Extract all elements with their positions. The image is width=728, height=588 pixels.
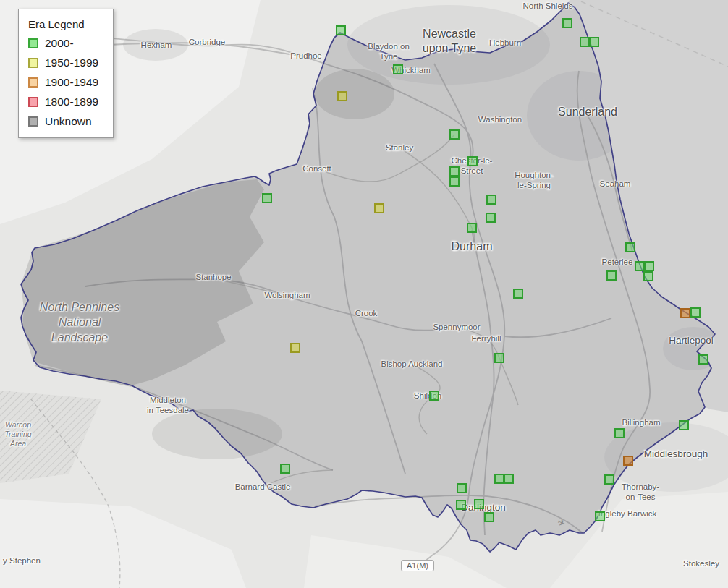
era-marker[interactable] xyxy=(504,474,514,484)
era-marker[interactable] xyxy=(290,343,300,353)
era-marker[interactable] xyxy=(604,474,614,485)
legend-swatch-icon xyxy=(28,58,38,68)
era-marker[interactable] xyxy=(589,37,599,47)
era-marker[interactable] xyxy=(494,474,504,484)
era-marker[interactable] xyxy=(644,261,654,271)
era-marker[interactable] xyxy=(280,464,290,474)
legend-item: Unknown xyxy=(28,115,104,128)
era-marker[interactable] xyxy=(486,195,496,205)
era-marker[interactable] xyxy=(467,156,478,166)
era-marker[interactable] xyxy=(635,261,645,271)
era-marker[interactable] xyxy=(456,500,466,510)
era-marker[interactable] xyxy=(643,271,653,281)
legend-item: 1950-1999 xyxy=(28,56,104,69)
era-legend: Era Legend 2000-1950-19991900-19491800-1… xyxy=(18,9,114,138)
era-marker[interactable] xyxy=(625,242,635,252)
legend-swatch-icon xyxy=(28,38,38,48)
era-marker[interactable] xyxy=(393,64,403,74)
era-marker[interactable] xyxy=(474,499,484,509)
era-marker[interactable] xyxy=(580,37,590,47)
legend-swatch-icon xyxy=(28,97,38,107)
moorland-dark xyxy=(315,69,394,119)
era-marker[interactable] xyxy=(262,193,272,203)
moorland-dark xyxy=(152,409,282,459)
era-marker[interactable] xyxy=(494,353,504,363)
era-marker[interactable] xyxy=(484,512,494,522)
legend-item: 1800-1899 xyxy=(28,95,104,108)
era-marker[interactable] xyxy=(486,213,496,223)
era-marker[interactable] xyxy=(429,391,439,401)
era-marker[interactable] xyxy=(690,307,701,318)
legend-item: 2000- xyxy=(28,37,104,50)
era-marker[interactable] xyxy=(595,511,605,521)
legend-item: 1900-1949 xyxy=(28,76,104,89)
era-marker[interactable] xyxy=(513,289,523,299)
era-marker[interactable] xyxy=(337,91,347,101)
legend-label: 1950-1999 xyxy=(45,56,98,69)
legend-title: Era Legend xyxy=(28,18,104,30)
era-marker[interactable] xyxy=(449,176,460,187)
era-marker[interactable] xyxy=(449,129,460,140)
era-marker[interactable] xyxy=(562,18,572,28)
era-marker[interactable] xyxy=(457,483,467,493)
era-marker[interactable] xyxy=(698,354,708,365)
era-marker[interactable] xyxy=(449,166,460,176)
era-marker[interactable] xyxy=(336,25,346,35)
era-marker[interactable] xyxy=(614,428,625,438)
legend-label: Unknown xyxy=(45,115,92,128)
legend-label: 2000- xyxy=(45,37,74,50)
legend-items: 2000-1950-19991900-19491800-1899Unknown xyxy=(28,37,104,128)
legend-swatch-icon xyxy=(28,77,38,88)
map-canvas[interactable]: HexhamCorbridgePrudhoeNewcastle upon Tyn… xyxy=(0,0,728,588)
legend-label: 1800-1899 xyxy=(45,95,98,108)
era-marker[interactable] xyxy=(467,223,477,233)
era-marker[interactable] xyxy=(623,456,633,466)
legend-label: 1900-1949 xyxy=(45,76,98,89)
era-marker[interactable] xyxy=(679,420,689,430)
legend-swatch-icon xyxy=(28,116,38,127)
era-marker[interactable] xyxy=(606,270,617,281)
era-marker[interactable] xyxy=(374,203,384,213)
era-marker[interactable] xyxy=(680,308,690,318)
